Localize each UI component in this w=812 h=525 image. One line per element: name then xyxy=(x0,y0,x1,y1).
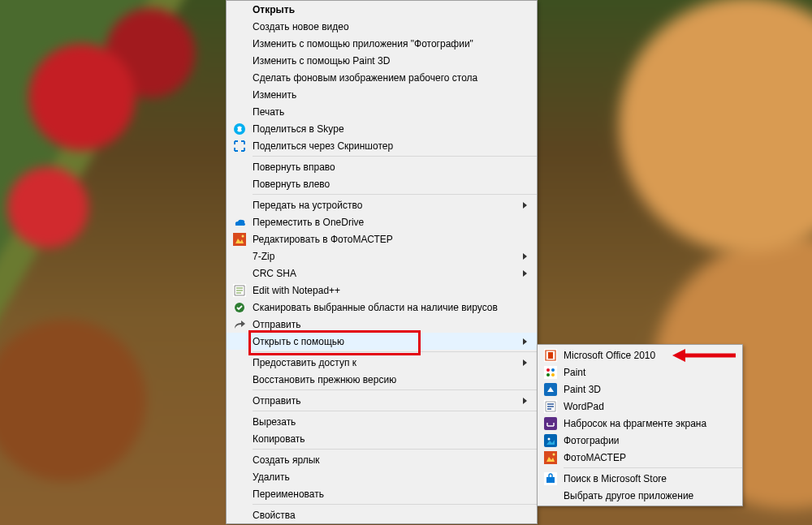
menu-item-label: ФотоМАСТЕР xyxy=(564,452,626,463)
context-menu-item[interactable]: Печать xyxy=(227,103,537,120)
menu-item-label: Печать xyxy=(253,106,284,118)
fotomaster-icon xyxy=(233,233,246,246)
context-menu: ОткрытьСоздать новое видеоИзменить с пом… xyxy=(226,0,538,524)
submenu-item[interactable]: Paint xyxy=(538,364,742,381)
menu-item-label: Открыть xyxy=(253,4,295,15)
msoffice-icon xyxy=(544,349,557,362)
context-menu-item[interactable]: Переименовать xyxy=(227,485,537,502)
menu-item-label: Предоставить доступ к xyxy=(253,357,356,368)
svg-point-11 xyxy=(551,373,555,377)
submenu-item[interactable]: Выбрать другое приложение xyxy=(538,487,742,504)
svg-point-3 xyxy=(242,235,244,237)
submenu-arrow-icon xyxy=(522,397,529,405)
context-menu-item[interactable]: Копировать xyxy=(227,430,537,447)
submenu-item[interactable]: Фотографии xyxy=(538,432,742,449)
context-menu-item[interactable]: CRC SHA xyxy=(227,265,537,282)
context-menu-item[interactable]: Открыть xyxy=(227,1,537,18)
context-menu-item[interactable]: Переместить в OneDrive xyxy=(227,213,537,230)
submenu-item[interactable]: ФотоМАСТЕР xyxy=(538,449,742,466)
context-menu-item[interactable]: Восстановить прежнюю версию xyxy=(227,371,537,388)
menu-item-label: Microsoft Office 2010 xyxy=(564,350,655,361)
menu-item-label: Передать на устройство xyxy=(253,200,362,211)
menu-separator xyxy=(253,504,537,505)
svg-rect-2 xyxy=(233,233,246,246)
menu-item-label: Открыть с помощью xyxy=(253,336,344,347)
submenu-arrow-icon xyxy=(522,252,529,260)
context-menu-item[interactable]: Сканировать выбранные области на наличие… xyxy=(227,299,537,316)
submenu-item[interactable]: WordPad xyxy=(538,398,742,415)
context-menu-item[interactable]: Передать на устройство xyxy=(227,196,537,213)
context-menu-item[interactable]: Удалить xyxy=(227,468,537,485)
submenu-item[interactable]: Поиск в Microsoft Store xyxy=(538,470,742,487)
open-with-submenu: Microsoft Office 2010PaintPaint 3DWordPa… xyxy=(537,344,743,506)
submenu-item[interactable]: Набросок на фрагменте экрана xyxy=(538,415,742,432)
submenu-arrow-icon xyxy=(522,359,529,367)
menu-item-label: Отправить xyxy=(253,319,301,330)
menu-item-label: Редактировать в ФотоМАСТЕР xyxy=(253,234,393,245)
context-menu-item[interactable]: Изменить с помощью приложения "Фотографи… xyxy=(227,35,537,52)
screenshot-icon xyxy=(233,140,246,153)
menu-separator xyxy=(253,411,537,411)
context-menu-item[interactable]: Редактировать в ФотоМАСТЕР xyxy=(227,230,537,247)
context-menu-item[interactable]: Отправить xyxy=(227,316,537,333)
submenu-arrow-icon xyxy=(522,338,529,346)
menu-item-label: Поделиться в Skype xyxy=(253,123,344,135)
menu-item-label: Набросок на фрагменте экрана xyxy=(564,418,706,429)
context-menu-item[interactable]: Открыть с помощью xyxy=(227,333,537,350)
menu-item-label: Переименовать xyxy=(253,488,324,500)
svg-rect-17 xyxy=(544,451,557,464)
menu-item-label: Создать новое видео xyxy=(253,21,349,32)
menu-item-label: Вырезать xyxy=(253,416,296,428)
menu-item-label: Поиск в Microsoft Store xyxy=(564,473,667,484)
menu-item-label: 7-Zip xyxy=(253,251,274,262)
context-menu-item[interactable]: Вырезать xyxy=(227,413,537,430)
notepad-icon xyxy=(233,284,246,297)
context-menu-item[interactable]: Сделать фоновым изображением рабочего ст… xyxy=(227,69,537,86)
skype-icon xyxy=(233,123,246,136)
context-menu-item[interactable]: Повернуть влево xyxy=(227,175,537,192)
context-menu-item[interactable]: Свойства xyxy=(227,506,537,523)
context-menu-item[interactable]: Отправить xyxy=(227,392,537,409)
onedrive-icon xyxy=(233,216,246,229)
context-menu-item[interactable]: Поделиться в Skype xyxy=(227,120,537,137)
scan-icon xyxy=(233,301,246,314)
menu-item-label: Удалить xyxy=(253,471,290,483)
context-menu-item[interactable]: Изменить с помощью Paint 3D xyxy=(227,52,537,69)
context-menu-item[interactable]: Edit with Notepad++ xyxy=(227,282,537,299)
menu-item-label: Свойства xyxy=(253,510,296,521)
context-menu-item[interactable]: Создать ярлык xyxy=(227,451,537,468)
svg-rect-15 xyxy=(544,434,557,447)
svg-point-9 xyxy=(551,368,555,372)
svg-point-18 xyxy=(553,453,555,455)
fotomaster-icon xyxy=(544,451,557,464)
submenu-arrow-icon xyxy=(522,201,529,209)
menu-separator xyxy=(253,194,537,195)
context-menu-item[interactable]: Создать новое видео xyxy=(227,18,537,35)
submenu-item[interactable]: Paint 3D xyxy=(538,381,742,398)
menu-item-label: Edit with Notepad++ xyxy=(253,285,340,296)
paint-icon xyxy=(544,366,557,379)
context-menu-item[interactable]: Предоставить доступ к xyxy=(227,354,537,371)
menu-item-label: Создать ярлык xyxy=(253,454,320,466)
menu-item-label: Восстановить прежнюю версию xyxy=(253,374,396,385)
menu-item-label: Сканировать выбранные области на наличие… xyxy=(253,302,498,313)
menu-separator xyxy=(564,467,742,468)
menu-item-label: Paint 3D xyxy=(564,384,601,395)
menu-item-label: Фотографии xyxy=(564,435,620,446)
menu-item-label: Изменить xyxy=(253,89,296,101)
menu-separator xyxy=(253,156,537,157)
menu-separator xyxy=(253,449,537,450)
menu-item-label: Выбрать другое приложение xyxy=(564,490,693,501)
context-menu-item[interactable]: Изменить xyxy=(227,86,537,103)
menu-item-label: Повернуть вправо xyxy=(253,161,335,173)
context-menu-item[interactable]: 7-Zip xyxy=(227,247,537,265)
svg-point-10 xyxy=(546,373,550,377)
submenu-item[interactable]: Microsoft Office 2010 xyxy=(538,346,742,364)
context-menu-item[interactable]: Повернуть вправо xyxy=(227,158,537,175)
context-menu-item[interactable]: Поделиться через Скриншотер xyxy=(227,137,537,154)
menu-item-label: Изменить с помощью Paint 3D xyxy=(253,55,390,67)
menu-item-label: Повернуть влево xyxy=(253,179,330,190)
menu-item-label: Переместить в OneDrive xyxy=(253,217,364,228)
svg-point-16 xyxy=(548,437,551,440)
menu-separator xyxy=(253,389,537,390)
